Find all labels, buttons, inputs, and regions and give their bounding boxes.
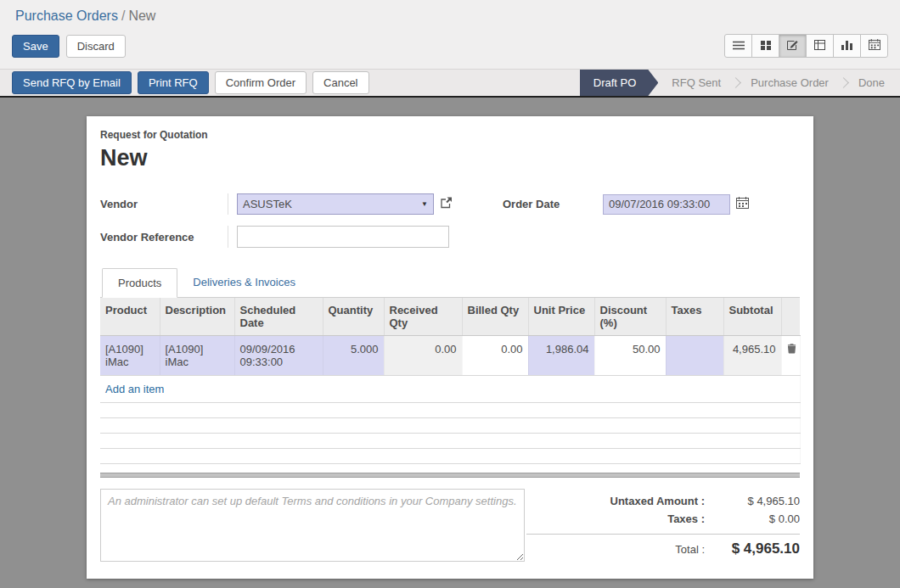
column-header-billed-qty: Billed Qty bbox=[462, 298, 528, 336]
calendar-icon bbox=[869, 39, 880, 53]
table-row: [A1090] iMac [A1090] iMac 09/09/2016 09:… bbox=[100, 336, 800, 376]
print-rfq-button[interactable]: Print RFQ bbox=[138, 71, 209, 94]
taxes-label: Taxes : bbox=[667, 512, 705, 525]
column-header-unit-price: Unit Price bbox=[528, 298, 594, 336]
calendar-view-button[interactable] bbox=[860, 34, 888, 58]
breadcrumb-link-purchase-orders[interactable]: Purchase Orders bbox=[15, 8, 118, 23]
sheet-subtitle: Request for Quotation bbox=[100, 129, 800, 141]
cell-quantity[interactable]: 5.000 bbox=[323, 336, 384, 376]
untaxed-amount-row: Untaxed Amount : $ 4,965.10 bbox=[526, 492, 800, 510]
pivot-table-icon bbox=[814, 40, 825, 53]
tab-deliveries-invoices[interactable]: Deliveries & Invoices bbox=[177, 268, 311, 298]
column-header-scheduled-date: Scheduled Date bbox=[234, 298, 323, 336]
tab-products[interactable]: Products bbox=[102, 268, 177, 298]
notebook-tabs: Products Deliveries & Invoices bbox=[100, 268, 800, 298]
empty-row bbox=[100, 403, 800, 418]
bar-chart-icon bbox=[841, 40, 852, 53]
vendor-field: ASUSTeK ▼ bbox=[228, 193, 467, 215]
cell-taxes[interactable] bbox=[666, 336, 723, 376]
empty-row bbox=[100, 434, 800, 449]
column-header-description: Description bbox=[160, 298, 234, 336]
add-item-row: Add an item bbox=[100, 376, 800, 403]
graph-view-button[interactable] bbox=[833, 34, 861, 58]
breadcrumb-current: New bbox=[128, 8, 155, 23]
confirm-order-button[interactable]: Confirm Order bbox=[215, 71, 307, 94]
external-link-icon bbox=[440, 197, 453, 211]
cell-description[interactable]: [A1090] iMac bbox=[160, 336, 234, 376]
vendor-reference-field bbox=[228, 226, 467, 248]
total-value: $ 4,965.10 bbox=[705, 540, 800, 557]
edit-form-icon bbox=[787, 39, 798, 53]
vendor-value: ASUSTeK bbox=[243, 198, 292, 210]
status-rfq-sent[interactable]: RFQ Sent bbox=[658, 70, 734, 96]
send-rfq-by-email-button[interactable]: Send RFQ by Email bbox=[12, 71, 132, 94]
vendor-select[interactable]: ASUSTeK ▼ bbox=[237, 193, 434, 215]
breadcrumb-separator: / bbox=[118, 8, 128, 23]
cell-discount[interactable]: 50.00 bbox=[594, 336, 666, 376]
vendor-label: Vendor bbox=[100, 198, 228, 210]
open-record-button[interactable] bbox=[440, 197, 453, 211]
sheet-footer: Untaxed Amount : $ 4,965.10 Taxes : $ 0.… bbox=[100, 489, 800, 562]
status-draft-po[interactable]: Draft PO bbox=[580, 70, 659, 96]
column-header-quantity: Quantity bbox=[323, 298, 384, 336]
column-header-taxes: Taxes bbox=[666, 298, 723, 336]
taxes-value: $ 0.00 bbox=[705, 512, 800, 525]
view-switcher bbox=[724, 34, 888, 58]
list-view-button[interactable] bbox=[724, 34, 752, 58]
totals-panel: Untaxed Amount : $ 4,965.10 Taxes : $ 0.… bbox=[526, 489, 800, 562]
breadcrumb: Purchase Orders/New bbox=[0, 0, 900, 25]
taxes-row: Taxes : $ 0.00 bbox=[526, 510, 800, 528]
save-button[interactable]: Save bbox=[12, 35, 59, 58]
cell-scheduled-date[interactable]: 09/09/2016 09:33:00 bbox=[234, 336, 323, 376]
status-done[interactable]: Done bbox=[845, 70, 900, 96]
cell-subtotal: 4,965.10 bbox=[723, 336, 781, 376]
column-header-discount: Discount (%) bbox=[594, 298, 666, 336]
cell-product[interactable]: [A1090] iMac bbox=[100, 336, 160, 376]
statusbar-buttons: Send RFQ by Email Print RFQ Confirm Orde… bbox=[0, 70, 375, 96]
cell-unit-price[interactable]: 1,986.04 bbox=[528, 336, 594, 376]
totals-divider bbox=[526, 534, 800, 535]
vendor-reference-input[interactable] bbox=[237, 226, 449, 248]
status-purchase-order[interactable]: Purchase Order bbox=[737, 70, 842, 96]
form-sheet: Request for Quotation New Vendor ASUSTeK… bbox=[87, 116, 813, 579]
order-date-label: Order Date bbox=[467, 198, 603, 210]
column-header-received-qty: Received Qty bbox=[384, 298, 462, 336]
form-view-button[interactable] bbox=[779, 34, 807, 58]
terms-conditions-textarea[interactable] bbox=[100, 489, 525, 562]
order-date-input[interactable] bbox=[603, 194, 730, 215]
empty-row bbox=[100, 449, 800, 464]
total-row: Total : $ 4,965.10 bbox=[526, 538, 800, 560]
order-lines-table: Product Description Scheduled Date Quant… bbox=[100, 298, 801, 464]
toolbar: Save Discard bbox=[0, 25, 900, 69]
column-header-subtotal: Subtotal bbox=[723, 298, 781, 336]
total-label: Total : bbox=[675, 543, 705, 556]
delete-row-button[interactable] bbox=[781, 336, 800, 376]
column-header-actions bbox=[781, 298, 800, 336]
cell-billed-qty: 0.00 bbox=[462, 336, 528, 376]
page-title: New bbox=[100, 145, 800, 171]
top-chrome: Purchase Orders/New Save Discard bbox=[0, 0, 900, 69]
kanban-view-button[interactable] bbox=[751, 34, 779, 58]
column-header-product: Product bbox=[100, 298, 160, 336]
untaxed-amount-value: $ 4,965.10 bbox=[705, 495, 800, 507]
discard-button[interactable]: Discard bbox=[66, 35, 126, 58]
pivot-view-button[interactable] bbox=[806, 34, 834, 58]
open-calendar-button[interactable] bbox=[736, 197, 749, 211]
calendar-icon bbox=[736, 197, 749, 211]
cancel-button[interactable]: Cancel bbox=[312, 71, 368, 94]
add-item-link[interactable]: Add an item bbox=[105, 383, 164, 395]
list-icon bbox=[733, 40, 745, 53]
untaxed-amount-label: Untaxed Amount : bbox=[610, 495, 705, 507]
cell-received-qty: 0.00 bbox=[384, 336, 462, 376]
caret-down-icon: ▼ bbox=[421, 200, 428, 208]
trash-icon bbox=[787, 344, 796, 356]
content-area: Request for Quotation New Vendor ASUSTeK… bbox=[0, 98, 900, 579]
status-pipeline: Draft PO RFQ Sent Purchase Order Done bbox=[580, 70, 900, 96]
field-group: Vendor ASUSTeK ▼ Order Date Vendor Refer… bbox=[100, 193, 800, 248]
horizontal-scrollbar[interactable] bbox=[100, 473, 800, 478]
statusbar: Send RFQ by Email Print RFQ Confirm Orde… bbox=[0, 69, 900, 98]
empty-row bbox=[100, 418, 800, 434]
kanban-icon bbox=[761, 40, 771, 53]
table-header-row: Product Description Scheduled Date Quant… bbox=[100, 298, 800, 336]
order-date-field bbox=[603, 194, 800, 215]
